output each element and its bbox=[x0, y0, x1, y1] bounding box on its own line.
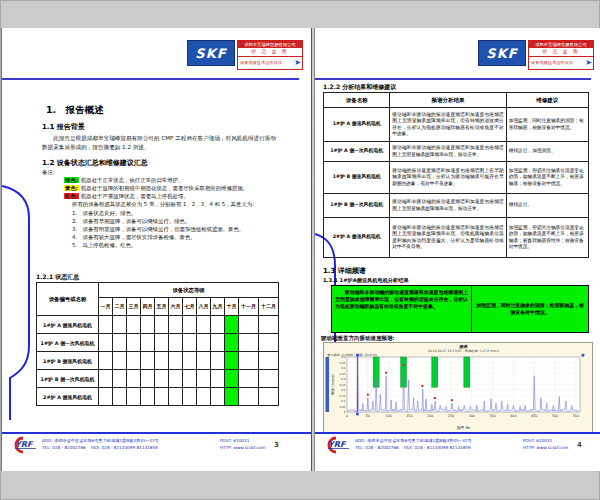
harmonic-marker bbox=[385, 372, 387, 374]
company-cert-box: 成都市宝瑞峰贸易有限公司 状 态 监 测 设备维修技术合作伙伴➤ bbox=[528, 40, 594, 70]
month-header: 七月 bbox=[183, 298, 197, 316]
company-subline: 设备维修技术合作伙伴➤ bbox=[238, 57, 302, 68]
green-marker-band bbox=[464, 357, 470, 387]
analysis-result-cell: 驱动端和非驱动端的振动速度频谱和加速度包络频谱图上无明显轴承故障频率出现，但电机… bbox=[390, 218, 506, 258]
chart-meta: 2014/10/27 16:33:07，整体烈度: 1.272 mm/s bbox=[428, 349, 499, 353]
month-header: 四月 bbox=[141, 298, 155, 316]
legend-text: 机器处于严重故障状态，需要马上停机处理。 bbox=[81, 193, 189, 199]
status-cell bbox=[211, 370, 225, 388]
footer-post-block: POST: 610031 HTTP: www.scskf.com bbox=[523, 437, 568, 451]
status-cell bbox=[127, 388, 141, 406]
table-row: 1#炉 A 侧一次风机电机驱动端和非驱动端的振动速度频谱和加速度包络频谱图上无明… bbox=[324, 142, 589, 162]
status-cell bbox=[183, 334, 197, 352]
chart-info: 显示频率: 4.0000，转频: 24.8 Hz bbox=[327, 353, 377, 357]
device-name-cell: 1#炉 B 侧一次风机电机 bbox=[37, 370, 99, 388]
x-tick-label: 0 bbox=[346, 414, 348, 418]
status-cell bbox=[197, 388, 211, 406]
report-page-left: SKF 成都市宝瑞峰贸易有限公司 状 态 监 测 设备维修技术合作伙伴➤ 1. … bbox=[1, 28, 312, 471]
status-cell bbox=[239, 352, 259, 370]
harmonic-marker bbox=[403, 364, 405, 366]
skf-logo: SKF 成都市宝瑞峰贸易有限公司 状 态 监 测 设备维修技术合作伙伴➤ bbox=[187, 40, 303, 70]
status-cell bbox=[113, 352, 127, 370]
x-tick-label: 500 bbox=[552, 414, 558, 418]
status-cell bbox=[197, 370, 211, 388]
class-item: 4. 设备有较大故障，需尽快安排设备检修。黄色。 bbox=[72, 234, 296, 240]
status-cell bbox=[169, 388, 183, 406]
month-header: 五月 bbox=[155, 298, 169, 316]
report-page-right: SKF 成都市宝瑞峰贸易有限公司 状 态 监 测 设备维修技术合作伙伴➤ 1.2… bbox=[314, 28, 600, 471]
y-tick-label: 0.45 bbox=[340, 361, 346, 365]
harmonic-marker bbox=[367, 394, 369, 396]
status-cell bbox=[259, 370, 279, 388]
status-cell bbox=[259, 388, 279, 406]
footer-tel-fax: TEL: 028 - 82002766 FAX: 028 - 81134099 … bbox=[355, 444, 472, 451]
legend-text: 机器处于故障的初期或中期恶化状态，需要尽快采取相应的维修措施。 bbox=[81, 185, 248, 191]
status-cell bbox=[99, 388, 113, 406]
company-subline: 设备维修技术合作伙伴➤ bbox=[529, 57, 593, 68]
svg-text:YRF: YRF bbox=[328, 440, 347, 449]
y-tick-label: 0.5 bbox=[341, 355, 346, 359]
device-name-cell: 1#炉 A 侧一次风机电机 bbox=[324, 142, 390, 162]
harmonic-marker bbox=[451, 399, 453, 401]
status-cell bbox=[239, 388, 259, 406]
section-1-2-1-heading: 1.2.1 状态汇总 bbox=[36, 273, 79, 282]
y-tick-label: 0.35 bbox=[340, 372, 346, 376]
status-cell-green bbox=[225, 352, 239, 370]
y-tick-label: 0.15 bbox=[340, 394, 346, 398]
status-cell-green bbox=[225, 334, 239, 352]
header-rule bbox=[315, 78, 591, 80]
yrf-logo: YRF bbox=[320, 436, 352, 454]
section-1-2-2-heading: 1.2.2 分析结果和维修建议 bbox=[323, 83, 396, 92]
status-cell bbox=[127, 370, 141, 388]
status-cell bbox=[113, 388, 127, 406]
status-cell bbox=[113, 370, 127, 388]
x-tick-label: 350 bbox=[489, 414, 495, 418]
company-tagline: 状 态 监 测 bbox=[238, 48, 302, 57]
footer-address-block: ADD: 成都市金牛区金丰路6号量力机电城1期B栋3层45~47号 TEL: 0… bbox=[42, 437, 159, 451]
table-row: 2#炉 A 侧送风机电机驱动端和非驱动端的振动速度频谱和加速度包络频谱图上无明显… bbox=[324, 218, 589, 258]
footer-post: POST: 610031 bbox=[523, 437, 568, 444]
analysis-column-header: 设备名称 bbox=[324, 93, 390, 108]
y-tick-label: 0 bbox=[344, 410, 346, 414]
table-row: 1#炉 A 侧送风机电机 bbox=[37, 316, 279, 334]
month-header: 十月 bbox=[225, 298, 239, 316]
section-1-3-heading: 1.3 详细频谱 bbox=[323, 266, 366, 276]
footer-tel-fax: TEL: 028 - 82002766 FAX: 028 - 81134099 … bbox=[42, 444, 159, 451]
month-header: 二月 bbox=[113, 298, 127, 316]
status-legend: 绿色:机器处于正常状态，执行正常的日常维护。黄色:机器处于故障的初期或中期恶化状… bbox=[64, 177, 290, 201]
report-intro-paragraph: 此报告是根据成都市宝瑞峰贸易有限公司的 CMP 工程师在客户现场，对风机机组进行… bbox=[42, 134, 276, 151]
y-axis-label: 幅值 (mm/s) bbox=[330, 374, 335, 395]
class-item: 2. 设备有早期故障，设备可以继续运行。绿色。 bbox=[72, 218, 296, 224]
table-row: 1#炉 B 侧一次风机电机 bbox=[37, 370, 279, 388]
legend-row: 黄色:机器处于故障的初期或中期恶化状态，需要尽快采取相应的维修措施。 bbox=[64, 185, 290, 191]
status-cell bbox=[239, 370, 259, 388]
status-cell-green bbox=[225, 316, 239, 334]
x-tick-label: 50 bbox=[366, 414, 370, 418]
month-header: 十一月 bbox=[239, 298, 259, 316]
y-tick-label: 0.4 bbox=[341, 366, 346, 370]
month-header: 八月 bbox=[197, 298, 211, 316]
status-cell bbox=[169, 334, 183, 352]
chart-caption: 驱动端垂直方向振动速度频谱: bbox=[321, 335, 395, 342]
analysis-result-cell: 驱动端和非驱动端的振动速度频谱和加速度包络频谱图上无明显轴承故障频率出现，振动正… bbox=[390, 142, 506, 162]
swoosh-arrow-icon: ➤ bbox=[294, 58, 301, 67]
analysis-column-header: 维修建议 bbox=[506, 93, 588, 108]
month-header: 三月 bbox=[127, 298, 141, 316]
status-cell bbox=[141, 388, 155, 406]
footer-http: HTTP: www.scskf.com bbox=[523, 444, 568, 451]
company-name: 成都市宝瑞峰贸易有限公司 bbox=[238, 41, 302, 48]
x-tick-label: 150 bbox=[406, 414, 412, 418]
status-cell bbox=[113, 334, 127, 352]
legend-row: 绿色:机器处于正常状态，执行正常的日常维护。 bbox=[64, 177, 290, 183]
company-cert-box: 成都市宝瑞峰贸易有限公司 状 态 监 测 设备维修技术合作伙伴➤ bbox=[237, 40, 303, 70]
footer-post-block: POST: 610031 HTTP: www.scskf.com bbox=[220, 437, 265, 451]
x-tick-label: 300 bbox=[469, 414, 475, 418]
legend-color-chip: 红色: bbox=[64, 193, 79, 199]
status-cell bbox=[211, 352, 225, 370]
x-tick-label: 400 bbox=[510, 414, 516, 418]
company-tagline: 状 态 监 测 bbox=[529, 48, 593, 57]
cursor-bottom-handle bbox=[356, 413, 359, 416]
status-cell bbox=[183, 388, 197, 406]
analysis-result-box: 驱动端和非驱动端的振动速度频谱和加速度包络频谱图上无明显轴承故障频率出现，但有转… bbox=[331, 285, 472, 333]
status-cell bbox=[211, 316, 225, 334]
